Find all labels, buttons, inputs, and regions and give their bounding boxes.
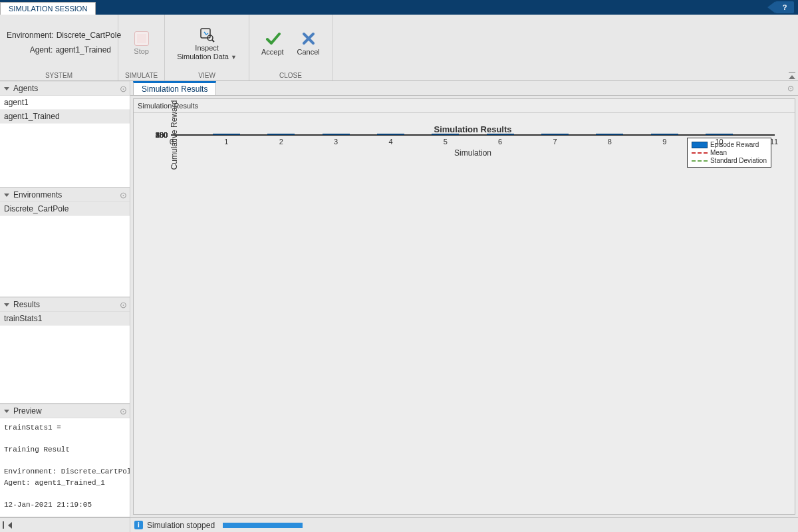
panel-options-icon[interactable]: ⊙ (120, 191, 127, 200)
statusbar-bar-icon (3, 521, 4, 529)
chart-bar[interactable] (651, 134, 678, 135)
chart-bar[interactable] (596, 134, 623, 135)
chart-bar[interactable] (487, 134, 514, 135)
x-tick: 7 (553, 135, 557, 146)
info-icon: i (134, 521, 143, 529)
preview-body: trainStats1 = Training Result Environmen… (0, 418, 130, 514)
sidebar: Agents ⊙ agent1agent1_Trained Environmen… (0, 81, 130, 517)
plot-area[interactable]: Simulation Results Cumulative Reward Sim… (171, 134, 775, 136)
ribbon-group-title-view: VIEW (172, 70, 242, 80)
ribbon-group-title-system: SYSTEM (7, 70, 111, 80)
x-tick: 11 (770, 135, 778, 146)
stop-icon (134, 31, 149, 46)
x-tick: 8 (608, 135, 612, 146)
help-button[interactable]: ? (775, 1, 794, 13)
x-tick: 0 (170, 135, 174, 146)
panel-options-icon[interactable]: ⊙ (120, 301, 127, 309)
x-tick: 4 (388, 135, 392, 146)
results-panel: Results ⊙ trainStats1 (0, 297, 130, 404)
x-tick: 3 (334, 135, 338, 146)
list-item[interactable]: agent1 (0, 96, 130, 110)
list-item[interactable]: trainStats1 (0, 312, 130, 326)
list-item[interactable]: Discrete_CartPole (0, 202, 130, 216)
agents-panel: Agents ⊙ agent1agent1_Trained (0, 81, 130, 188)
agents-list: agent1agent1_Trained (0, 96, 130, 187)
collapse-up-icon (789, 75, 795, 79)
chart-bar[interactable] (377, 134, 404, 135)
legend-mean: Mean (692, 149, 767, 156)
ribbon: Environment: Discrete_CartPole Agent: ag… (0, 15, 798, 81)
environment-value[interactable]: Discrete_CartPole (57, 31, 121, 40)
inspect-icon (199, 27, 215, 43)
legend-episode-reward: Episode Reward (692, 141, 767, 148)
environments-panel-header[interactable]: Environments ⊙ (0, 188, 130, 202)
legend-std: Standard Deviation (692, 157, 767, 164)
chart-bar[interactable] (541, 134, 569, 135)
status-bar: i Simulation stopped (0, 517, 798, 532)
environments-panel-title: Environments (13, 190, 62, 200)
collapse-icon (4, 410, 9, 413)
cancel-label: Cancel (297, 48, 320, 57)
chart-title: Simulation Results (172, 124, 774, 134)
svg-line-2 (212, 40, 214, 42)
statusbar-triangle-icon (8, 522, 12, 529)
cancel-icon (301, 31, 317, 47)
accept-icon (265, 31, 281, 47)
x-tick: 5 (444, 135, 448, 146)
title-tab[interactable]: SIMULATION SESSION (0, 2, 96, 15)
results-panel-title: Results (13, 300, 40, 309)
inspect-simulation-data-button[interactable]: Inspect Simulation Data ▼ (172, 25, 242, 63)
chart-panel: Simulation Results Simulation Results Cu… (133, 98, 795, 515)
environment-label: Environment: (7, 31, 54, 40)
legend-line-icon (692, 160, 708, 162)
x-tick: 2 (279, 135, 283, 146)
collapse-icon (4, 194, 9, 197)
content-area: Simulation Results ⊙ Simulation Results … (130, 81, 798, 517)
doc-options-icon[interactable]: ⊙ (787, 84, 794, 93)
chart-bar[interactable] (706, 134, 733, 135)
panel-options-icon[interactable]: ⊙ (120, 84, 127, 93)
chart-bar[interactable] (213, 134, 240, 135)
results-panel-header[interactable]: Results ⊙ (0, 297, 130, 312)
dropdown-arrow-icon: ▼ (231, 54, 237, 61)
stop-label: Stop (134, 47, 149, 56)
accept-label: Accept (261, 48, 284, 57)
main-area: Agents ⊙ agent1agent1_Trained Environmen… (0, 81, 798, 517)
collapse-icon (4, 303, 9, 307)
preview-panel-header[interactable]: Preview ⊙ (0, 404, 130, 418)
chart-bar[interactable] (267, 134, 295, 135)
agents-panel-header[interactable]: Agents ⊙ (0, 81, 130, 96)
x-tick: 6 (498, 135, 502, 146)
x-axis-label: Simulation (454, 148, 491, 158)
accept-button[interactable]: Accept (256, 29, 289, 58)
chart-bar[interactable] (323, 134, 350, 135)
status-text: Simulation stopped (147, 521, 215, 530)
environments-list: Discrete_CartPole (0, 202, 130, 297)
environments-panel: Environments ⊙ Discrete_CartPole (0, 188, 130, 297)
tab-simulation-results[interactable]: Simulation Results (133, 81, 216, 95)
x-tick: 10 (716, 135, 724, 146)
agent-row: Agent: agent1_Trained (7, 45, 111, 55)
preview-panel-title: Preview (13, 406, 42, 416)
ribbon-group-simulate: Stop SIMULATE (118, 15, 165, 80)
agents-panel-title: Agents (13, 84, 38, 93)
agent-label: Agent: (7, 45, 53, 55)
title-bar: SIMULATION SESSION ? (0, 0, 798, 15)
ribbon-group-system: Environment: Discrete_CartPole Agent: ag… (0, 15, 118, 80)
agent-value[interactable]: agent1_Trained (55, 45, 111, 55)
progress-bar (223, 523, 303, 528)
cancel-button[interactable]: Cancel (292, 29, 325, 58)
chart-legend[interactable]: Episode Reward Mean Standard Deviation (687, 138, 771, 168)
statusbar-main: i Simulation stopped (130, 521, 303, 530)
ribbon-group-title-simulate: SIMULATE (125, 70, 158, 80)
collapse-icon (4, 87, 9, 90)
chart-panel-title: Simulation Results (134, 99, 795, 113)
ribbon-collapse-controls[interactable] (789, 72, 795, 79)
list-item[interactable]: agent1_Trained (0, 110, 130, 124)
ribbon-group-close: Accept Cancel CLOSE (249, 15, 332, 80)
chart-bar[interactable] (432, 134, 459, 135)
statusbar-left-controls[interactable] (0, 518, 130, 532)
panel-options-icon[interactable]: ⊙ (120, 407, 127, 416)
legend-swatch-icon (692, 142, 708, 148)
preview-panel: Preview ⊙ trainStats1 = Training Result … (0, 404, 130, 517)
